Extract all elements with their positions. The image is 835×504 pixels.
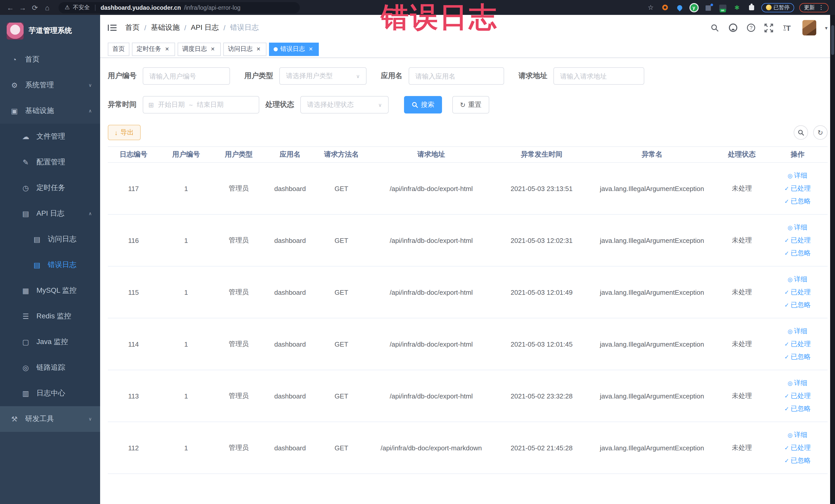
tab-home[interactable]: 首页 bbox=[108, 42, 129, 56]
processed-link[interactable]: ✓已处理 bbox=[785, 339, 811, 349]
bookmark-star-icon[interactable]: ☆ bbox=[646, 3, 655, 12]
reset-button[interactable]: ↻ 重置 bbox=[452, 96, 489, 114]
infrastructure-submenu: ☁ 文件管理 ✎ 配置管理 ◷ 定时任务 ▤ API 日志 ∧ ▤ bbox=[0, 124, 100, 406]
extension-switch-on-icon[interactable] bbox=[718, 3, 727, 12]
ignored-link[interactable]: ✓已忽略 bbox=[785, 456, 811, 465]
exception-time-range-picker[interactable]: ⊞ 开始日期 ~ 结束日期 bbox=[143, 96, 259, 114]
exception-time-label: 异常时间 bbox=[108, 100, 137, 109]
extension-blue-drop-icon[interactable] bbox=[675, 3, 684, 12]
forward-icon[interactable]: → bbox=[18, 2, 28, 13]
ignored-link[interactable]: ✓已忽略 bbox=[785, 300, 811, 310]
fullscreen-icon[interactable] bbox=[765, 23, 774, 32]
detail-link[interactable]: ◎详细 bbox=[788, 430, 807, 440]
extension-leaf-icon[interactable]: ✱ bbox=[732, 3, 741, 12]
database-icon: ▦ bbox=[22, 286, 30, 295]
avatar-caret-icon[interactable]: ▾ bbox=[825, 25, 828, 31]
divider bbox=[95, 4, 96, 11]
close-icon[interactable]: ✕ bbox=[209, 46, 216, 53]
svg-text:?: ? bbox=[750, 25, 752, 31]
check-icon: ✓ bbox=[785, 198, 789, 205]
github-icon[interactable] bbox=[729, 23, 738, 32]
user-type-select[interactable]: 请选择用户类型 ∨ bbox=[279, 67, 367, 85]
processed-link[interactable]: ✓已处理 bbox=[785, 443, 811, 452]
scrollbar-thumb[interactable] bbox=[831, 25, 834, 55]
close-icon[interactable]: ✕ bbox=[307, 46, 314, 53]
tab-error-log[interactable]: 错误日志 ✕ bbox=[269, 42, 319, 56]
sidebar-item-log-center[interactable]: ▥ 日志中心 bbox=[0, 381, 100, 406]
font-size-icon[interactable]: TT bbox=[782, 23, 792, 32]
extension-green-y-icon[interactable]: y bbox=[689, 3, 698, 12]
sidebar-item-file-mgmt[interactable]: ☁ 文件管理 bbox=[0, 124, 100, 149]
address-bar[interactable]: ⚠ 不安全 dashboard.yudao.iocoder.cn/infra/l… bbox=[59, 2, 300, 13]
sidebar-item-mysql-monitor[interactable]: ▦ MySQL 监控 bbox=[0, 278, 100, 303]
window-scrollbar[interactable] bbox=[830, 15, 835, 504]
sidebar-item-home[interactable]: ◔ 首页 bbox=[0, 47, 100, 73]
eye-icon: ◎ bbox=[788, 172, 792, 179]
extensions-puzzle-icon[interactable] bbox=[747, 3, 756, 12]
sidebar-item-config-mgmt[interactable]: ✎ 配置管理 bbox=[0, 149, 100, 175]
sidebar-item-api-log[interactable]: ▤ API 日志 ∧ bbox=[0, 201, 100, 226]
process-status-select[interactable]: 请选择处理状态 ∨ bbox=[300, 96, 389, 114]
log-center-icon: ▥ bbox=[22, 389, 30, 398]
search-icon[interactable] bbox=[711, 23, 720, 32]
request-url-input[interactable] bbox=[553, 67, 644, 85]
chevron-down-icon: ∨ bbox=[88, 417, 92, 422]
detail-link[interactable]: ◎详细 bbox=[788, 379, 807, 388]
search-button[interactable]: 搜索 bbox=[404, 96, 442, 114]
extension-grid-icon[interactable]: ▦ bbox=[704, 3, 713, 12]
user-avatar[interactable] bbox=[802, 20, 816, 36]
detail-link[interactable]: ◎详细 bbox=[788, 327, 807, 336]
update-button[interactable]: 更新 ⋮ bbox=[799, 3, 829, 12]
back-icon[interactable]: ← bbox=[5, 2, 15, 13]
refresh-table-button[interactable]: ↻ bbox=[813, 125, 828, 140]
sidebar-item-redis-monitor[interactable]: ☰ Redis 监控 bbox=[0, 303, 100, 329]
tab-scheduled-tasks[interactable]: 定时任务 ✕ bbox=[132, 42, 175, 56]
ignored-link[interactable]: ✓已忽略 bbox=[785, 197, 811, 206]
log-icon: ▤ bbox=[22, 209, 30, 218]
reload-icon[interactable]: ⟳ bbox=[30, 2, 40, 13]
extension-orange-icon[interactable] bbox=[660, 3, 670, 12]
doc-icon: ▤ bbox=[33, 261, 41, 269]
export-button[interactable]: ↓ 导出 bbox=[108, 125, 140, 140]
detail-link[interactable]: ◎详细 bbox=[788, 171, 807, 180]
processed-link[interactable]: ✓已处理 bbox=[785, 236, 811, 245]
ignored-link[interactable]: ✓已忽略 bbox=[785, 404, 811, 414]
home-icon[interactable]: ⌂ bbox=[42, 2, 53, 13]
browser-menu-icon[interactable]: ⋮ bbox=[818, 4, 824, 11]
sidebar-item-infrastructure[interactable]: ▣ 基础设施 ∧ bbox=[0, 98, 100, 124]
processed-link[interactable]: ✓已处理 bbox=[785, 287, 811, 297]
paused-badge[interactable]: 已暂停 bbox=[761, 3, 794, 12]
toggle-search-button[interactable] bbox=[794, 125, 808, 140]
sidebar-item-scheduled-tasks[interactable]: ◷ 定时任务 bbox=[0, 175, 100, 201]
sidebar-item-dev-tools[interactable]: ⚒ 研发工具 ∨ bbox=[0, 406, 100, 432]
detail-link[interactable]: ◎详细 bbox=[788, 275, 807, 284]
sidebar-item-tracing[interactable]: ◎ 链路追踪 bbox=[0, 355, 100, 381]
app-name-input[interactable] bbox=[409, 67, 504, 85]
breadcrumb-home[interactable]: 首页 bbox=[125, 23, 140, 32]
user-id-label: 用户编号 bbox=[108, 72, 137, 81]
sidebar-item-java-monitor[interactable]: ▢ Java 监控 bbox=[0, 329, 100, 355]
processed-link[interactable]: ✓已处理 bbox=[785, 184, 811, 193]
sidebar-item-access-log[interactable]: ▤ 访问日志 bbox=[0, 226, 100, 252]
sidebar-item-system-mgmt[interactable]: ⚙ 系统管理 ∨ bbox=[0, 73, 100, 98]
tab-schedule-log[interactable]: 调度日志 ✕ bbox=[178, 42, 221, 56]
chevron-down-icon: ∨ bbox=[356, 73, 360, 79]
processed-link[interactable]: ✓已处理 bbox=[785, 391, 811, 401]
breadcrumb-infrastructure[interactable]: 基础设施 bbox=[151, 23, 180, 32]
sidebar-toggle-icon[interactable] bbox=[108, 23, 117, 32]
app-logo-row[interactable]: 芋道管理系统 bbox=[0, 15, 100, 47]
tab-access-log[interactable]: 访问日志 ✕ bbox=[223, 42, 266, 56]
close-icon[interactable]: ✕ bbox=[255, 46, 262, 53]
help-icon[interactable]: ? bbox=[747, 23, 756, 32]
detail-link[interactable]: ◎详细 bbox=[788, 223, 807, 232]
user-id-input[interactable] bbox=[143, 67, 230, 85]
url-path: /infra/log/api-error-log bbox=[184, 4, 241, 11]
table-row: 116 1 管理员 dashboard GET /api/infra/db-do… bbox=[108, 215, 828, 266]
tags-view-bar: 首页 定时任务 ✕ 调度日志 ✕ 访问日志 ✕ 错误日志 ✕ bbox=[100, 41, 835, 58]
sidebar-item-error-log[interactable]: ▤ 错误日志 bbox=[0, 252, 100, 278]
breadcrumb-api-log[interactable]: API 日志 bbox=[191, 23, 219, 32]
table-row: 112 1 管理员 dashboard GET /api/infra/db-do… bbox=[108, 422, 828, 474]
close-icon[interactable]: ✕ bbox=[164, 46, 170, 53]
ignored-link[interactable]: ✓已忽略 bbox=[785, 248, 811, 258]
ignored-link[interactable]: ✓已忽略 bbox=[785, 352, 811, 362]
